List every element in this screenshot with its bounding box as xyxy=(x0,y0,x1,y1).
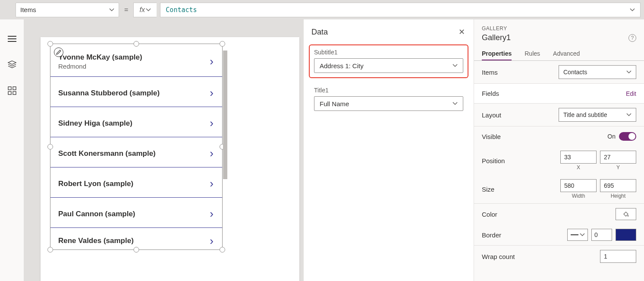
prop-label: Visible xyxy=(482,133,501,140)
tab-properties[interactable]: Properties xyxy=(482,47,512,60)
visible-toggle[interactable] xyxy=(619,132,636,141)
layers-icon[interactable] xyxy=(7,60,17,69)
size-height-label: Height xyxy=(600,193,636,199)
chevron-down-icon xyxy=(146,7,151,13)
fx-label: fx xyxy=(140,6,145,14)
svg-rect-1 xyxy=(13,87,16,90)
svg-rect-3 xyxy=(13,92,16,95)
prop-label: Color xyxy=(482,211,497,218)
prop-label: Position xyxy=(482,157,505,164)
prop-label: Border xyxy=(482,231,501,239)
visible-text: On xyxy=(607,133,616,140)
formula-input[interactable]: Contacts xyxy=(160,3,641,17)
gallery-item[interactable]: Paul Cannon (sample) › xyxy=(50,198,222,228)
svg-rect-2 xyxy=(8,92,11,95)
edit-pencil-icon[interactable] xyxy=(54,47,63,57)
prop-label: Wrap count xyxy=(482,253,515,260)
color-swatch[interactable] xyxy=(616,208,636,220)
gallery-item-title: Susanna Stubberod (sample) xyxy=(58,89,160,98)
prop-label: Size xyxy=(482,186,494,193)
fields-edit-link[interactable]: Edit xyxy=(626,90,636,97)
gallery-item-title: Sidney Higa (sample) xyxy=(58,119,132,128)
prop-label: Fields xyxy=(482,90,499,97)
field-select-value: Address 1: City xyxy=(320,62,364,69)
gallery-item-title: Yvonne McKay (sample) xyxy=(58,53,142,62)
gallery-item-title: Paul Cannon (sample) xyxy=(58,210,135,218)
size-width-input[interactable]: 580 xyxy=(560,179,597,192)
chevron-down-icon xyxy=(452,101,458,106)
chevron-right-icon[interactable]: › xyxy=(210,55,214,68)
equals-sign: = xyxy=(123,6,130,14)
svg-rect-0 xyxy=(8,87,11,90)
gallery-control[interactable]: Yvonne McKay (sample) Redmond › Susanna … xyxy=(50,44,223,250)
hamburger-icon[interactable] xyxy=(7,34,17,44)
prop-label: Layout xyxy=(482,111,501,119)
gallery-item-title: Robert Lyon (sample) xyxy=(58,180,133,188)
chevron-right-icon[interactable]: › xyxy=(210,177,214,190)
fx-button[interactable]: fx xyxy=(133,3,157,17)
tab-advanced[interactable]: Advanced xyxy=(553,47,580,60)
left-rail-nav xyxy=(0,19,24,281)
border-width-input[interactable]: 0 xyxy=(591,229,612,241)
gallery-item[interactable]: Scott Konersmann (sample) › xyxy=(50,137,222,167)
breadcrumb: GALLERY xyxy=(474,19,644,32)
wrap-count-input[interactable]: 1 xyxy=(600,250,636,263)
canvas-area[interactable]: Yvonne McKay (sample) Redmond › Susanna … xyxy=(24,19,474,281)
chevron-down-icon xyxy=(452,63,458,68)
gallery-item[interactable]: Robert Lyon (sample) › xyxy=(50,167,222,198)
paint-bucket-icon xyxy=(622,211,629,218)
items-value: Contacts xyxy=(563,69,587,76)
chevron-down-icon xyxy=(580,232,585,237)
gallery-item-subtitle: Redmond xyxy=(58,63,142,70)
prop-row-color: Color xyxy=(474,204,644,224)
position-y-input[interactable]: 27 xyxy=(600,151,636,164)
components-icon[interactable] xyxy=(7,86,17,95)
prop-row-layout: Layout Title and subtitle xyxy=(474,104,644,126)
chevron-right-icon[interactable]: › xyxy=(210,207,214,221)
tab-rules[interactable]: Rules xyxy=(525,47,540,60)
chevron-down-icon xyxy=(626,112,631,117)
gallery-item-title: Scott Konersmann (sample) xyxy=(58,149,156,158)
control-name: Gallery1 xyxy=(482,33,511,42)
gallery-item[interactable]: Rene Valdes (sample) › xyxy=(50,228,222,251)
border-style-select[interactable] xyxy=(567,229,588,241)
close-icon[interactable]: ✕ xyxy=(459,27,465,37)
help-icon[interactable]: ? xyxy=(628,34,636,42)
chevron-right-icon[interactable]: › xyxy=(210,147,214,160)
scrollbar-thumb[interactable] xyxy=(223,51,227,179)
gallery-item[interactable]: Susanna Stubberod (sample) › xyxy=(50,77,222,107)
chevron-right-icon[interactable]: › xyxy=(210,86,214,100)
border-color-swatch[interactable] xyxy=(616,229,636,241)
chevron-down-icon xyxy=(630,7,635,13)
size-height-input[interactable]: 695 xyxy=(600,179,636,192)
prop-row-border: Border 0 xyxy=(474,224,644,246)
items-select[interactable]: Contacts xyxy=(559,65,636,79)
chevron-right-icon[interactable]: › xyxy=(210,117,214,130)
properties-pane: GALLERY Gallery1 ? Properties Rules Adva… xyxy=(474,19,644,281)
prop-row-position: Position 33 27 X Y xyxy=(474,146,644,175)
position-x-input[interactable]: 33 xyxy=(560,151,597,164)
field-select-title[interactable]: Full Name xyxy=(314,96,463,111)
size-width-label: Width xyxy=(560,193,597,199)
data-pane: Data ✕ Subtitle1 Address 1: City Title1 … xyxy=(303,19,474,281)
property-selector-label: Items xyxy=(20,6,36,13)
properties-tabs: Properties Rules Advanced xyxy=(474,47,644,61)
chevron-right-icon[interactable]: › xyxy=(210,234,214,248)
field-select-value: Full Name xyxy=(320,100,349,107)
main-area: Yvonne McKay (sample) Redmond › Susanna … xyxy=(0,19,644,281)
gallery-item[interactable]: Yvonne McKay (sample) Redmond › xyxy=(50,44,222,77)
canvas-screen[interactable]: Yvonne McKay (sample) Redmond › Susanna … xyxy=(41,37,299,281)
gallery-item[interactable]: Sidney Higa (sample) › xyxy=(50,107,222,137)
field-select-subtitle[interactable]: Address 1: City xyxy=(314,58,463,73)
formula-bar: Items = fx Contacts xyxy=(0,0,644,19)
prop-row-fields: Fields Edit xyxy=(474,84,644,104)
formula-value: Contacts xyxy=(166,6,197,14)
field-label: Subtitle1 xyxy=(314,49,463,56)
layout-value: Title and subtitle xyxy=(563,111,607,118)
gallery-item-title: Rene Valdes (sample) xyxy=(58,237,134,245)
layout-select[interactable]: Title and subtitle xyxy=(559,108,636,122)
property-selector[interactable]: Items xyxy=(16,3,119,17)
position-y-label: Y xyxy=(600,164,636,170)
data-pane-title: Data xyxy=(311,28,328,37)
field-label: Title1 xyxy=(314,87,463,94)
